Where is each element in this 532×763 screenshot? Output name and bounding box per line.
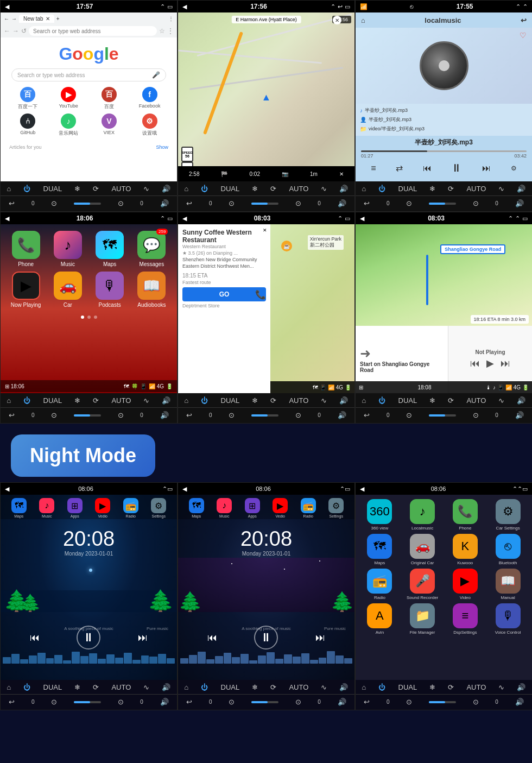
close-btn[interactable]: ✕ bbox=[333, 16, 341, 24]
slider-9[interactable] bbox=[429, 701, 456, 703]
home-btn-2[interactable]: ⌂ bbox=[185, 185, 189, 193]
vol2-btn-2[interactable]: 🔊 bbox=[338, 199, 346, 207]
dark-app-dspsettings[interactable]: ≡ DspSettings bbox=[446, 603, 485, 635]
back-icon-3[interactable]: ↩ bbox=[521, 16, 527, 24]
back-btn-7[interactable]: ↩ bbox=[9, 698, 15, 706]
snow-btn-3[interactable]: ❄ bbox=[429, 185, 435, 193]
vol-btn-4[interactable]: 🔊 bbox=[162, 396, 170, 405]
back-arrow-5[interactable]: ◀ bbox=[182, 215, 187, 222]
shortcut-github[interactable]: ⑃ GitHub bbox=[9, 113, 47, 137]
dot-2[interactable] bbox=[87, 316, 91, 319]
back-btn-8[interactable]: ↩ bbox=[186, 698, 192, 706]
night-app-radio[interactable]: 📻 Radio bbox=[123, 498, 138, 518]
night-pause-btn-2[interactable]: ⏸ bbox=[254, 626, 278, 650]
home-icon-3[interactable]: ⌂ bbox=[361, 16, 365, 24]
dark-app-voicecontrol[interactable]: 🎙 Voice Control bbox=[488, 603, 528, 635]
wave-btn-2[interactable]: ∿ bbox=[321, 185, 327, 193]
night-pause-btn-1[interactable]: ⏸ bbox=[77, 626, 100, 650]
snow-btn-1[interactable]: ❄ bbox=[74, 185, 80, 193]
fan2-btn-3[interactable]: ⊙ bbox=[473, 199, 479, 207]
slider-3[interactable] bbox=[429, 203, 456, 205]
phone-call-icon[interactable]: 📞 bbox=[255, 289, 266, 300]
home-btn-5[interactable]: ⌂ bbox=[185, 396, 189, 405]
dual-btn-2[interactable]: DUAL bbox=[221, 185, 240, 193]
snow-btn-2[interactable]: ❄ bbox=[252, 185, 258, 193]
slider-2[interactable] bbox=[251, 203, 278, 205]
dark-app-originalcar[interactable]: 🚗 Original Car bbox=[403, 534, 442, 565]
vol-btn-6[interactable]: 🔊 bbox=[517, 396, 525, 405]
vol2-btn-1[interactable]: 🔊 bbox=[160, 199, 169, 207]
zero-btn-7[interactable]: 0 bbox=[31, 699, 35, 705]
vol-btn-3[interactable]: 🔊 bbox=[517, 185, 525, 193]
dark-app-radio[interactable]: 📻 Radio bbox=[360, 569, 400, 600]
dark-app-avin[interactable]: A Avin bbox=[360, 603, 400, 635]
nav-back[interactable]: ← bbox=[4, 27, 10, 35]
prev-btn[interactable]: ⏮ bbox=[423, 163, 432, 173]
shortcut-baidu[interactable]: 百 百度一下 bbox=[9, 87, 47, 110]
night-app-vedio[interactable]: ▶ Vedio bbox=[95, 498, 110, 518]
home-btn-1[interactable]: ⌂ bbox=[7, 185, 11, 193]
eq-btn[interactable]: ⚙ bbox=[511, 165, 517, 172]
night-app-settings2[interactable]: ⚙ Settings bbox=[328, 498, 344, 518]
zero-btn-9[interactable]: 0 bbox=[387, 699, 390, 705]
vol2-btn-8[interactable]: 🔊 bbox=[338, 698, 346, 706]
playlist-item-3[interactable]: 📁 video/半壶纱_刘珂矣.mp3 bbox=[360, 124, 528, 134]
vol-btn-5[interactable]: 🔊 bbox=[339, 396, 348, 405]
vol-btn-9[interactable]: 🔊 bbox=[517, 683, 525, 691]
dark-app-phone[interactable]: 📞 Phone bbox=[446, 499, 485, 531]
dot-1[interactable] bbox=[81, 316, 84, 319]
fan1-btn-1[interactable]: ⊙ bbox=[51, 199, 57, 207]
dark-app-recorder[interactable]: 🎤 Sound Recorder bbox=[403, 569, 442, 600]
dual-btn-3[interactable]: DUAL bbox=[398, 185, 417, 193]
mic-icon[interactable]: 🎤 bbox=[152, 71, 160, 79]
snow-btn-7[interactable]: ❄ bbox=[74, 683, 80, 691]
auto-btn-8[interactable]: AUTO bbox=[289, 683, 308, 691]
play-pause-btn[interactable]: ▶ bbox=[486, 357, 494, 369]
fan1-btn-7[interactable]: ⊙ bbox=[51, 698, 57, 706]
refresh-btn[interactable]: ↺ bbox=[21, 27, 27, 35]
wave-btn-4[interactable]: ∿ bbox=[143, 396, 149, 405]
shuffle-btn[interactable]: ⇄ bbox=[396, 163, 403, 173]
home-btn-9[interactable]: ⌂ bbox=[362, 683, 366, 691]
zero-btn-3[interactable]: 0 bbox=[387, 200, 390, 206]
auto-btn-3[interactable]: AUTO bbox=[466, 185, 486, 193]
back-arrow-7[interactable]: ◀ bbox=[5, 485, 9, 493]
zero2-btn-1[interactable]: 0 bbox=[140, 200, 143, 206]
fan2-btn-1[interactable]: ⊙ bbox=[118, 199, 124, 207]
snow-btn-5[interactable]: ❄ bbox=[252, 396, 258, 405]
app-car[interactable]: 🚗 Car bbox=[49, 272, 86, 308]
app-nowplaying[interactable]: ▶ Now Playing bbox=[7, 272, 45, 308]
power-btn-1[interactable]: ⏻ bbox=[23, 185, 30, 193]
back-btn-2[interactable]: ↩ bbox=[186, 199, 192, 207]
zero2-btn-2[interactable]: 0 bbox=[318, 200, 321, 206]
vol2-btn-5[interactable]: 🔊 bbox=[338, 411, 346, 419]
show-label[interactable]: Show bbox=[156, 144, 168, 150]
recycle-btn-2[interactable]: ⟳ bbox=[270, 185, 276, 193]
zero-btn-2[interactable]: 0 bbox=[209, 200, 212, 206]
wave-btn-8[interactable]: ∿ bbox=[321, 683, 327, 691]
playlist-btn[interactable]: ≡ bbox=[371, 163, 376, 173]
snow-btn-6[interactable]: ❄ bbox=[429, 396, 435, 405]
night-prev-btn-2[interactable]: ⏮ bbox=[207, 632, 217, 644]
more-btn[interactable]: ⋮ bbox=[167, 27, 174, 35]
new-tab-btn[interactable]: + bbox=[56, 16, 60, 22]
home-btn-3[interactable]: ⌂ bbox=[362, 185, 366, 193]
power-btn-5[interactable]: ⏻ bbox=[201, 396, 208, 405]
dual-btn-6[interactable]: DUAL bbox=[398, 396, 417, 405]
wave-btn-9[interactable]: ∿ bbox=[498, 683, 504, 691]
snow-btn-4[interactable]: ❄ bbox=[74, 396, 80, 405]
power-btn-3[interactable]: ⏻ bbox=[378, 185, 385, 193]
zero-btn-8[interactable]: 0 bbox=[209, 699, 212, 705]
app-messages[interactable]: 💬 259 Messages bbox=[133, 231, 170, 267]
slider-4[interactable] bbox=[74, 414, 101, 417]
back-arrow-9[interactable]: ◀ bbox=[360, 485, 364, 493]
fan2-btn-9[interactable]: ⊙ bbox=[473, 698, 479, 706]
back-arrow-6[interactable]: ◀ bbox=[360, 215, 364, 222]
recycle-btn-7[interactable]: ⟳ bbox=[93, 683, 99, 691]
home-btn-4[interactable]: ⌂ bbox=[7, 396, 11, 405]
power-btn-6[interactable]: ⏻ bbox=[378, 396, 385, 405]
back-arrow-8[interactable]: ◀ bbox=[182, 485, 187, 493]
auto-btn-2[interactable]: AUTO bbox=[289, 185, 308, 193]
recycle-btn-3[interactable]: ⟳ bbox=[448, 185, 454, 193]
vol-btn-8[interactable]: 🔊 bbox=[339, 683, 348, 691]
